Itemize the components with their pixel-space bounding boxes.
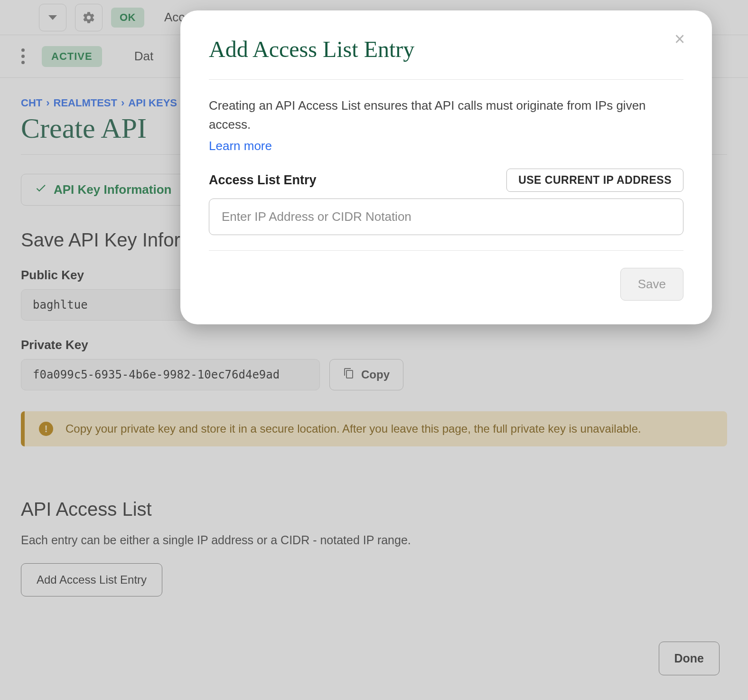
- modal-title: Add Access List Entry: [209, 36, 683, 80]
- modal-save-button[interactable]: Save: [620, 268, 683, 301]
- access-list-entry-input[interactable]: [209, 199, 683, 235]
- modal-description-text: Creating an API Access List ensures that…: [209, 98, 646, 132]
- modal-description: Creating an API Access List ensures that…: [209, 96, 664, 155]
- access-list-entry-label: Access List Entry: [209, 173, 317, 188]
- modal-close-button[interactable]: ×: [670, 29, 689, 48]
- close-icon: ×: [674, 30, 685, 48]
- learn-more-link[interactable]: Learn more: [209, 136, 272, 155]
- use-current-ip-button[interactable]: USE CURRENT IP ADDRESS: [506, 169, 683, 192]
- add-access-list-modal: × Add Access List Entry Creating an API …: [180, 10, 712, 324]
